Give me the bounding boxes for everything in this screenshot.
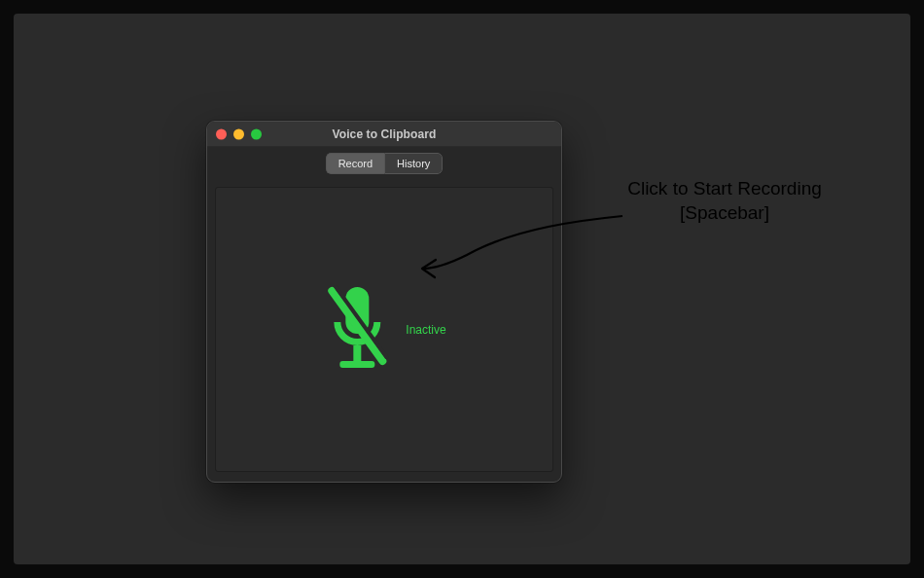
tab-bar: Record History [207,147,561,181]
traffic-lights [216,128,262,139]
segmented-control: Record History [326,153,444,174]
tab-record[interactable]: Record [326,153,384,174]
minimize-button[interactable] [233,128,244,139]
annotation-line-2: [Spacebar] [613,201,836,226]
status-label: Inactive [406,323,445,337]
annotation-text: Click to Start Recording [Spacebar] [613,177,836,225]
app-window: Voice to Clipboard Record History [206,121,562,483]
close-button[interactable] [216,128,227,139]
zoom-button[interactable] [251,128,262,139]
annotation-line-1: Click to Start Recording [613,177,836,201]
svg-rect-1 [353,345,361,361]
background-stage: Voice to Clipboard Record History [14,14,910,564]
microphone-muted-icon [322,285,392,375]
window-titlebar: Voice to Clipboard [207,122,561,147]
record-panel: Inactive [215,187,553,472]
svg-rect-2 [339,361,374,368]
record-button[interactable]: Inactive [322,285,445,375]
tab-history[interactable]: History [384,153,443,174]
content-area: Inactive [207,181,561,482]
